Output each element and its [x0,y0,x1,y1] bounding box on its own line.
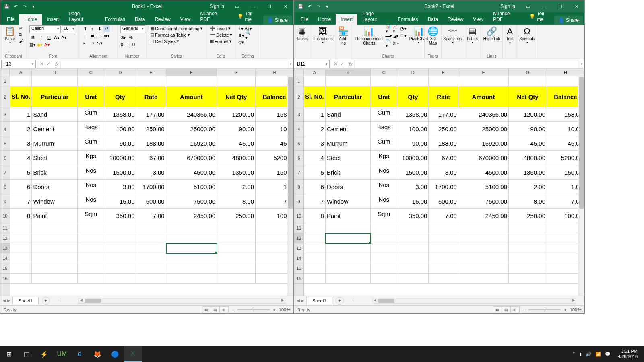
cell[interactable]: Window [32,194,78,209]
redo-icon[interactable]: ↷ [21,3,28,10]
cell[interactable]: Qty [104,86,136,107]
cell[interactable] [136,223,166,233]
zoom-slider[interactable] [528,309,561,310]
tab-insert[interactable]: Insert [42,14,64,25]
maximize-button[interactable]: ☐ [261,0,277,12]
tab-formulas[interactable]: Formulas [393,14,423,25]
vertical-scrollbar[interactable] [287,76,293,296]
cell[interactable]: 16920.00 [458,136,509,151]
wrap-text-icon[interactable]: ↵ [103,25,110,32]
row-header[interactable]: 15 [0,263,10,274]
zoom-in-icon[interactable]: + [273,307,275,312]
add-sheet-button[interactable]: + [42,297,50,305]
cell[interactable]: 2.00 [509,180,547,194]
sheet-prev-icon[interactable]: ◀ [297,298,300,303]
cell[interactable]: 3.00 [136,165,166,180]
cell[interactable]: 15.00 [397,194,429,209]
cell[interactable]: Window [326,194,371,209]
cell[interactable]: 670000.00 [166,151,217,165]
row-header[interactable]: 3 [0,107,10,122]
cell[interactable]: 250.00 [429,122,458,136]
umu-icon[interactable]: UM [53,346,71,362]
save-icon[interactable]: 💾 [297,3,304,10]
number-format-select[interactable]: General [120,25,145,33]
cell[interactable]: Doors [326,180,371,194]
format-cells-button[interactable]: ▦Format ▾ [209,38,233,44]
italic-button[interactable]: I [37,35,45,40]
cell[interactable] [10,223,32,233]
cell[interactable]: 177.00 [136,107,166,122]
paste-button[interactable]: 📋Paste▾ [3,25,17,45]
cell[interactable]: 7 [304,194,326,209]
cell[interactable]: 4800.00 [217,151,256,165]
cell[interactable] [78,223,104,233]
cell[interactable]: 5100.00 [458,180,509,194]
minimize-button[interactable]: — [536,0,552,12]
cell[interactable]: Nos [78,165,104,180]
indent-inc-icon[interactable]: ⇥ [89,40,95,46]
cell[interactable] [78,274,104,284]
align-left-icon[interactable]: ≡ [82,33,88,39]
column-header[interactable]: E [136,69,166,76]
cell[interactable]: 4500.00 [166,165,217,180]
cell[interactable]: 7 [10,194,32,209]
cell[interactable] [32,76,78,86]
row-header[interactable]: 16 [0,274,10,284]
text-button[interactable]: AText▾ [505,25,514,45]
signin-link[interactable]: Sign in [495,4,520,9]
cell[interactable] [136,243,166,253]
delete-cells-button[interactable]: ➖Delete ▾ [209,32,233,38]
row-header[interactable]: 6 [294,151,303,165]
cell[interactable]: 3 [10,136,32,151]
cell[interactable] [304,223,326,233]
insert-cells-button[interactable]: ➕Insert ▾ [209,25,233,31]
cell[interactable]: Sl. No. [10,86,32,107]
bold-button[interactable]: B [29,35,37,40]
sheet-tab-sheet1[interactable]: Sheet1 [12,297,39,304]
cell[interactable]: Nos [78,180,104,194]
cell[interactable] [104,243,136,253]
page-layout-view-icon[interactable]: ▤ [211,306,220,313]
cell[interactable] [397,253,429,263]
cell[interactable] [217,76,256,86]
cell[interactable]: 240366.00 [166,107,217,122]
indent-dec-icon[interactable]: ⇤ [82,40,88,46]
cell[interactable]: 3.00 [429,165,458,180]
cell[interactable] [371,253,397,263]
cell[interactable] [166,274,217,284]
cell[interactable]: 8.00 [217,194,256,209]
sheet-prev-icon[interactable]: ◀ [3,298,6,303]
cell[interactable] [104,253,136,263]
cell[interactable] [78,76,104,86]
cell[interactable]: Paint [32,209,78,223]
system-clock[interactable]: 3:51 PM 4/26/2016 [615,349,641,359]
cell[interactable] [429,253,458,263]
cell[interactable]: Qty [397,86,429,107]
cell[interactable]: 3 [304,136,326,151]
row-header[interactable]: 1 [0,76,10,86]
cell[interactable] [509,76,547,86]
column-header[interactable]: D [104,69,136,76]
cell[interactable] [104,233,136,243]
cell[interactable] [509,253,547,263]
cell[interactable]: Murrum [32,136,78,151]
column-header[interactable]: D [397,69,429,76]
cell[interactable]: 10000.00 [104,151,136,165]
row-header[interactable]: 14 [294,253,303,263]
cell[interactable] [104,76,136,86]
cell[interactable]: 2 [10,122,32,136]
cell[interactable]: Amount [166,86,217,107]
cell[interactable] [458,253,509,263]
row-header[interactable]: 16 [294,274,303,284]
cell[interactable]: 1700.00 [429,180,458,194]
tab-review[interactable]: Review [150,14,175,25]
chrome-icon[interactable]: 🔵 [106,346,124,362]
tray-chevron-icon[interactable]: ˄ [573,352,575,357]
cell[interactable] [166,76,217,86]
autosum-icon[interactable]: Σ▾ [238,25,244,32]
cell[interactable] [166,263,217,274]
cell[interactable]: Cement [32,122,78,136]
firefox-icon[interactable]: 🦊 [89,346,106,362]
cell[interactable]: 90.00 [509,122,547,136]
cell[interactable]: 4500.00 [458,165,509,180]
